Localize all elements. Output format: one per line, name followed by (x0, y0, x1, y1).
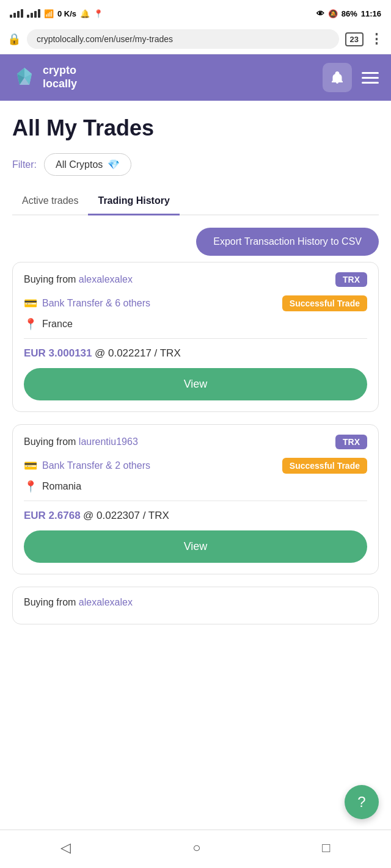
hamburger-menu-button[interactable] (362, 72, 379, 84)
tab-count[interactable]: 23 (345, 32, 364, 46)
site-header: crypto locally (0, 54, 391, 101)
payment-method-1: 💳 Bank Transfer & 6 others (24, 297, 150, 310)
card-header-row-3: Buying from alexalexalex (24, 597, 367, 608)
url-bar[interactable]: cryptolocally.com/en/user/my-trades (27, 29, 339, 49)
view-button-2[interactable]: View (24, 530, 367, 563)
signal-bars-2 (27, 9, 40, 18)
page-title: All My Trades (12, 115, 379, 141)
price-rate-2: @ 0.022307 / TRX (83, 510, 169, 521)
logo-icon (12, 65, 37, 90)
crypto-badge-1: TRX (335, 272, 367, 287)
url-text: cryptolocally.com/en/user/my-trades (37, 34, 173, 44)
buying-text-2: Buying from laurentiu1963 (24, 436, 138, 447)
seller-link-1[interactable]: alexalexalex (79, 274, 133, 284)
buying-text-3: Buying from alexalexalex (24, 597, 133, 608)
seller-link-2[interactable]: laurentiu1963 (79, 436, 138, 447)
crypto-badge-2: TRX (335, 435, 367, 449)
filter-row: Filter: All Cryptos 💎 (12, 153, 379, 176)
status-left: 📶 0 K/s 🔔 📍 (10, 9, 103, 18)
price-row-2: EUR 2.6768 @ 0.022307 / TRX (13, 501, 378, 530)
card-header-row-2: Buying from laurentiu1963 TRX (24, 435, 367, 449)
menu-line-2 (362, 77, 379, 79)
payment-method-2: 💳 Bank Transfer & 2 others (24, 459, 150, 472)
signal-bars-1 (10, 9, 23, 18)
notification-icon: 🔔 (80, 9, 90, 18)
credit-card-icon-2: 💳 (24, 459, 37, 472)
trade-card-1: Buying from alexalexalex TRX 💳 Bank Tran… (12, 262, 379, 412)
payment-method-text-2: Bank Transfer & 2 others (42, 460, 150, 471)
location-row-2: 📍 Romania (24, 480, 367, 493)
payment-method-text-1: Bank Transfer & 6 others (42, 298, 150, 309)
credit-card-icon-1: 💳 (24, 297, 37, 310)
location-text-2: Romania (42, 481, 81, 492)
browser-menu[interactable]: ⋮ (370, 31, 384, 47)
price-row-1: EUR 3.000131 @ 0.022217 / TRX (13, 339, 378, 368)
location-pin-icon-1: 📍 (24, 317, 37, 331)
main-content: All My Trades Filter: All Cryptos 💎 Acti… (0, 101, 391, 624)
speed-label: 0 K/s (57, 9, 76, 18)
location-pin-icon-2: 📍 (24, 480, 37, 493)
help-fab[interactable]: ? (345, 785, 379, 819)
filter-label: Filter: (12, 159, 37, 170)
payment-row-1: 💳 Bank Transfer & 6 others Successful Tr… (24, 295, 367, 311)
payment-row-2: 💳 Bank Transfer & 2 others Successful Tr… (24, 458, 367, 474)
battery-label: 86% (342, 9, 357, 18)
tab-trading-history[interactable]: Trading History (88, 188, 179, 215)
status-bar: 📶 0 K/s 🔔 📍 👁 🔕 86% 11:16 (0, 0, 391, 24)
export-area: Export Transaction History to CSV (12, 215, 379, 262)
logo-text: crypto locally (43, 64, 77, 90)
time-label: 11:16 (361, 9, 381, 18)
export-csv-button[interactable]: Export Transaction History to CSV (196, 228, 379, 256)
status-badge-1: Successful Trade (282, 295, 367, 311)
view-button-1[interactable]: View (24, 368, 367, 400)
lock-icon: 🔒 (7, 32, 21, 46)
trade-card-3: Buying from alexalexalex (12, 587, 379, 624)
wifi-icon: 📶 (44, 9, 54, 18)
location-text-1: France (42, 319, 73, 330)
alarm-icon: 🔕 (328, 9, 338, 18)
home-nav-button[interactable]: ○ (178, 837, 215, 858)
card-top-3: Buying from alexalexalex (13, 587, 378, 624)
browser-bar: 🔒 cryptolocally.com/en/user/my-trades 23… (0, 24, 391, 54)
status-right: 👁 🔕 86% 11:16 (316, 9, 381, 18)
menu-line-3 (362, 82, 379, 84)
eye-icon: 👁 (316, 9, 324, 18)
filter-value: All Cryptos (56, 159, 103, 170)
bottom-nav: ◁ ○ □ (0, 830, 391, 868)
header-actions (323, 63, 379, 92)
back-nav-button[interactable]: ◁ (46, 837, 86, 858)
bell-button[interactable] (323, 63, 352, 92)
bell-icon (330, 70, 345, 85)
price-rate-1: @ 0.022217 / TRX (95, 347, 181, 359)
logo-area: crypto locally (12, 64, 77, 90)
price-amount-1: EUR 3.000131 (24, 347, 92, 359)
tab-active-trades[interactable]: Active trades (12, 188, 88, 215)
filter-dropdown[interactable]: All Cryptos 💎 (44, 153, 131, 176)
card-header-row-1: Buying from alexalexalex TRX (24, 272, 367, 287)
buying-text-1: Buying from alexalexalex (24, 274, 133, 285)
location-row-1: 📍 France (24, 317, 367, 331)
tabs-row: Active trades Trading History (12, 188, 379, 215)
card-top-2: Buying from laurentiu1963 TRX 💳 Bank Tra… (13, 425, 378, 501)
seller-link-3[interactable]: alexalexalex (79, 597, 133, 607)
menu-line-1 (362, 72, 379, 74)
card-top-1: Buying from alexalexalex TRX 💳 Bank Tran… (13, 262, 378, 338)
status-badge-2: Successful Trade (282, 458, 367, 474)
question-mark-icon: ? (357, 794, 365, 811)
trade-card-2: Buying from laurentiu1963 TRX 💳 Bank Tra… (12, 424, 379, 574)
diamond-icon: 💎 (108, 159, 120, 170)
recent-apps-nav-button[interactable]: □ (307, 837, 345, 858)
location-icon: 📍 (93, 9, 103, 18)
price-amount-2: EUR 2.6768 (24, 510, 81, 521)
